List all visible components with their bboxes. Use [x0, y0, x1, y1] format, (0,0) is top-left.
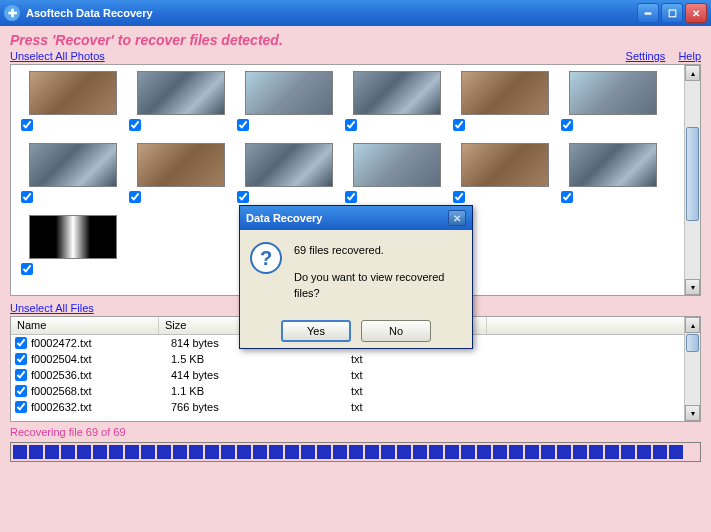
file-name: f0002568.txt [31, 385, 171, 397]
maximize-button[interactable]: ☐ [661, 3, 683, 23]
files-scrollbar[interactable]: ▴ ▾ [684, 317, 700, 421]
file-ext: txt [351, 369, 499, 381]
photo-thumbnail [245, 143, 333, 187]
file-row[interactable]: f0002568.txt1.1 KBtxt [11, 383, 700, 399]
yes-button[interactable]: Yes [281, 320, 351, 342]
unselect-all-files-link[interactable]: Unselect All Files [10, 302, 94, 314]
photo-item[interactable] [15, 139, 123, 203]
file-name: f0002472.txt [31, 337, 171, 349]
file-checkbox[interactable] [15, 337, 27, 349]
photo-thumbnail [137, 143, 225, 187]
file-checkbox[interactable] [15, 369, 27, 381]
file-size: 414 bytes [171, 369, 351, 381]
photo-thumbnail [245, 71, 333, 115]
file-ext: txt [351, 385, 499, 397]
file-size: 766 bytes [171, 401, 351, 413]
photo-checkbox[interactable] [21, 119, 33, 131]
photo-item[interactable] [15, 211, 123, 275]
photo-checkbox[interactable] [237, 191, 249, 203]
file-row[interactable]: f0002632.txt766 bytestxt [11, 399, 700, 415]
app-icon: ✚ [4, 5, 20, 21]
photo-item[interactable] [231, 139, 339, 203]
photo-thumbnail [29, 71, 117, 115]
photo-item[interactable] [123, 67, 231, 131]
photo-checkbox[interactable] [561, 191, 573, 203]
photo-checkbox[interactable] [129, 191, 141, 203]
photo-thumbnail [569, 71, 657, 115]
file-checkbox[interactable] [15, 401, 27, 413]
file-ext: txt [351, 353, 499, 365]
photo-item[interactable] [555, 67, 663, 131]
photo-checkbox[interactable] [345, 191, 357, 203]
scroll-thumb[interactable] [686, 127, 699, 221]
help-link[interactable]: Help [678, 50, 701, 62]
status-text: Recovering file 69 of 69 [10, 426, 701, 438]
unselect-all-photos-link[interactable]: Unselect All Photos [10, 50, 105, 62]
settings-link[interactable]: Settings [626, 50, 666, 62]
photo-checkbox[interactable] [453, 191, 465, 203]
photo-checkbox[interactable] [345, 119, 357, 131]
photos-scrollbar[interactable]: ▴ ▾ [684, 65, 700, 295]
dialog-titlebar: Data Recovery ✕ [240, 206, 472, 230]
file-ext: txt [351, 401, 499, 413]
photo-item[interactable] [339, 139, 447, 203]
photo-thumbnail [353, 71, 441, 115]
dialog-message-1: 69 files recovered. [294, 242, 462, 259]
window-title: Asoftech Data Recovery [26, 7, 635, 19]
photo-item[interactable] [339, 67, 447, 131]
file-checkbox[interactable] [15, 385, 27, 397]
photo-item[interactable] [447, 139, 555, 203]
no-button[interactable]: No [361, 320, 431, 342]
file-size: 1.1 KB [171, 385, 351, 397]
scroll-down-button[interactable]: ▾ [685, 405, 700, 421]
column-header-name[interactable]: Name [11, 317, 159, 334]
photo-item[interactable] [231, 67, 339, 131]
photo-thumbnail [137, 71, 225, 115]
photo-thumbnail [461, 71, 549, 115]
file-size: 1.5 KB [171, 353, 351, 365]
question-icon: ? [250, 242, 282, 274]
scroll-down-button[interactable]: ▾ [685, 279, 700, 295]
photo-item[interactable] [15, 67, 123, 131]
file-row[interactable]: f0002536.txt414 bytestxt [11, 367, 700, 383]
photo-item[interactable] [447, 67, 555, 131]
dialog-title: Data Recovery [246, 212, 448, 224]
photo-thumbnail [29, 215, 117, 259]
scroll-thumb[interactable] [686, 334, 699, 352]
scroll-up-button[interactable]: ▴ [685, 317, 700, 333]
photo-checkbox[interactable] [21, 263, 33, 275]
photo-thumbnail [461, 143, 549, 187]
photo-checkbox[interactable] [129, 119, 141, 131]
photo-checkbox[interactable] [21, 191, 33, 203]
photo-item[interactable] [123, 139, 231, 203]
file-name: f0002536.txt [31, 369, 171, 381]
scroll-up-button[interactable]: ▴ [685, 65, 700, 81]
close-button[interactable]: ✕ [685, 3, 707, 23]
dialog-message-2: Do you want to view recovered files? [294, 269, 462, 302]
file-name: f0002632.txt [31, 401, 171, 413]
dialog-close-button[interactable]: ✕ [448, 210, 466, 226]
progress-bar [10, 442, 701, 462]
file-name: f0002504.txt [31, 353, 171, 365]
photo-item[interactable] [555, 139, 663, 203]
window-titlebar: ✚ Asoftech Data Recovery ━ ☐ ✕ [0, 0, 711, 26]
file-row[interactable]: f0002504.txt1.5 KBtxt [11, 351, 700, 367]
photo-thumbnail [353, 143, 441, 187]
file-checkbox[interactable] [15, 353, 27, 365]
photo-checkbox[interactable] [453, 119, 465, 131]
recovery-dialog: Data Recovery ✕ ? 69 files recovered. Do… [239, 205, 473, 349]
column-header-spacer [487, 317, 700, 334]
photo-thumbnail [29, 143, 117, 187]
photo-thumbnail [569, 143, 657, 187]
minimize-button[interactable]: ━ [637, 3, 659, 23]
photo-checkbox[interactable] [561, 119, 573, 131]
instruction-text: Press 'Recover' to recover files detecte… [10, 32, 701, 48]
photo-checkbox[interactable] [237, 119, 249, 131]
